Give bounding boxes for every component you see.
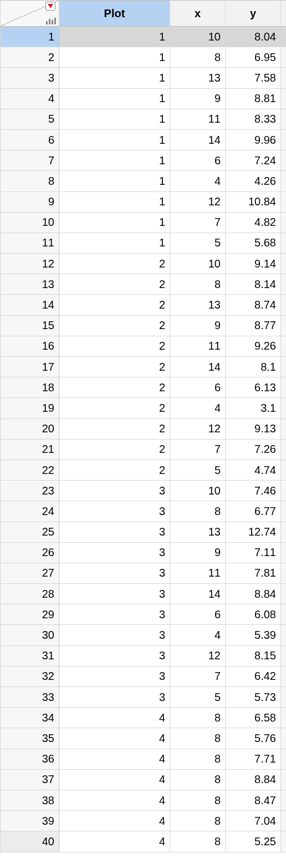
cell-x[interactable]: 7 — [170, 212, 226, 233]
cell-x[interactable]: 10 — [170, 254, 226, 274]
cell-x[interactable]: 12 — [170, 645, 226, 666]
cell-plot[interactable]: 1 — [59, 150, 170, 171]
table-row[interactable]: 61149.96 — [1, 129, 287, 150]
cell-y[interactable]: 7.46 — [226, 481, 281, 501]
cell-y[interactable]: 8.14 — [226, 274, 281, 295]
row-number[interactable]: 28 — [1, 584, 59, 604]
cell-y[interactable]: 8.81 — [226, 88, 281, 109]
table-row[interactable]: 10174.82 — [1, 212, 287, 233]
table-row[interactable]: 2186.95 — [1, 47, 287, 68]
cell-plot[interactable]: 3 — [59, 563, 170, 583]
cell-plot[interactable]: 3 — [59, 481, 170, 501]
cell-plot[interactable]: 4 — [59, 749, 170, 769]
row-number[interactable]: 14 — [1, 295, 59, 315]
cell-x[interactable]: 8 — [170, 811, 226, 831]
row-number[interactable]: 37 — [1, 769, 59, 790]
cell-x[interactable]: 8 — [170, 769, 226, 790]
column-chart-icon[interactable] — [46, 17, 56, 24]
cell-x[interactable]: 9 — [170, 315, 226, 336]
cell-x[interactable]: 14 — [170, 357, 226, 377]
cell-x[interactable]: 11 — [170, 563, 226, 583]
cell-x[interactable]: 4 — [170, 171, 226, 191]
cell-y[interactable]: 10.84 — [226, 191, 281, 212]
row-number[interactable]: 25 — [1, 522, 59, 542]
cell-x[interactable]: 8 — [170, 708, 226, 728]
cell-plot[interactable]: 2 — [59, 274, 170, 295]
table-row[interactable]: 21277.26 — [1, 439, 287, 460]
row-number[interactable]: 8 — [1, 171, 59, 191]
cell-plot[interactable]: 2 — [59, 439, 170, 460]
row-number[interactable]: 2 — [1, 47, 59, 68]
cell-x[interactable]: 10 — [170, 481, 226, 501]
row-number[interactable]: 36 — [1, 749, 59, 769]
cell-plot[interactable]: 2 — [59, 357, 170, 377]
table-row[interactable]: 13288.14 — [1, 274, 287, 295]
table-row[interactable]: 283148.84 — [1, 584, 287, 604]
cell-plot[interactable]: 1 — [59, 233, 170, 253]
table-row[interactable]: 29366.08 — [1, 604, 287, 625]
cell-plot[interactable]: 2 — [59, 418, 170, 439]
cell-y[interactable]: 8.04 — [226, 27, 281, 47]
row-number[interactable]: 1 — [1, 27, 59, 47]
cell-plot[interactable]: 2 — [59, 315, 170, 336]
cell-x[interactable]: 11 — [170, 109, 226, 129]
table-row[interactable]: 33355.73 — [1, 687, 287, 708]
cell-x[interactable]: 13 — [170, 522, 226, 542]
row-number[interactable]: 31 — [1, 645, 59, 666]
cell-x[interactable]: 6 — [170, 377, 226, 398]
row-number[interactable]: 12 — [1, 254, 59, 274]
cell-y[interactable]: 9.96 — [226, 129, 281, 150]
cell-plot[interactable]: 1 — [59, 68, 170, 88]
cell-y[interactable]: 4.26 — [226, 171, 281, 191]
table-row[interactable]: 15298.77 — [1, 315, 287, 336]
cell-plot[interactable]: 1 — [59, 171, 170, 191]
cell-x[interactable]: 6 — [170, 604, 226, 625]
cell-y[interactable]: 5.68 — [226, 233, 281, 253]
cell-y[interactable]: 7.24 — [226, 150, 281, 171]
table-row[interactable]: 51118.33 — [1, 109, 287, 129]
table-row[interactable]: 8144.26 — [1, 171, 287, 191]
cell-x[interactable]: 13 — [170, 68, 226, 88]
cell-y[interactable]: 7.81 — [226, 563, 281, 583]
table-row[interactable]: 40485.25 — [1, 831, 287, 852]
cell-y[interactable]: 9.26 — [226, 336, 281, 356]
cell-x[interactable]: 7 — [170, 439, 226, 460]
cell-plot[interactable]: 4 — [59, 728, 170, 749]
cell-plot[interactable]: 3 — [59, 522, 170, 542]
cell-plot[interactable]: 3 — [59, 604, 170, 625]
cell-x[interactable]: 12 — [170, 191, 226, 212]
cell-y[interactable]: 7.71 — [226, 749, 281, 769]
cell-x[interactable]: 13 — [170, 295, 226, 315]
cell-x[interactable]: 12 — [170, 418, 226, 439]
table-row[interactable]: 162119.26 — [1, 336, 287, 356]
table-row[interactable]: 34486.58 — [1, 708, 287, 728]
row-number[interactable]: 3 — [1, 68, 59, 88]
row-number[interactable]: 33 — [1, 687, 59, 708]
row-number[interactable]: 20 — [1, 418, 59, 439]
cell-plot[interactable]: 4 — [59, 811, 170, 831]
cell-plot[interactable]: 2 — [59, 295, 170, 315]
cell-y[interactable]: 6.13 — [226, 377, 281, 398]
cell-y[interactable]: 5.25 — [226, 831, 281, 852]
cell-x[interactable]: 11 — [170, 336, 226, 356]
cell-plot[interactable]: 3 — [59, 501, 170, 522]
row-number[interactable]: 16 — [1, 336, 59, 356]
table-row[interactable]: 11155.68 — [1, 233, 287, 253]
cell-plot[interactable]: 3 — [59, 542, 170, 563]
row-number[interactable]: 5 — [1, 109, 59, 129]
cell-y[interactable]: 8.77 — [226, 315, 281, 336]
cell-y[interactable]: 8.15 — [226, 645, 281, 666]
table-row[interactable]: 273117.81 — [1, 563, 287, 583]
row-number[interactable]: 23 — [1, 481, 59, 501]
cell-x[interactable]: 6 — [170, 150, 226, 171]
table-row[interactable]: 37488.84 — [1, 769, 287, 790]
row-number[interactable]: 10 — [1, 212, 59, 233]
row-number[interactable]: 15 — [1, 315, 59, 336]
table-row[interactable]: 31137.58 — [1, 68, 287, 88]
cell-plot[interactable]: 4 — [59, 769, 170, 790]
cell-plot[interactable]: 1 — [59, 47, 170, 68]
table-row[interactable]: 911210.84 — [1, 191, 287, 212]
cell-y[interactable]: 8.33 — [226, 109, 281, 129]
cell-y[interactable]: 7.11 — [226, 542, 281, 563]
cell-plot[interactable]: 2 — [59, 398, 170, 418]
